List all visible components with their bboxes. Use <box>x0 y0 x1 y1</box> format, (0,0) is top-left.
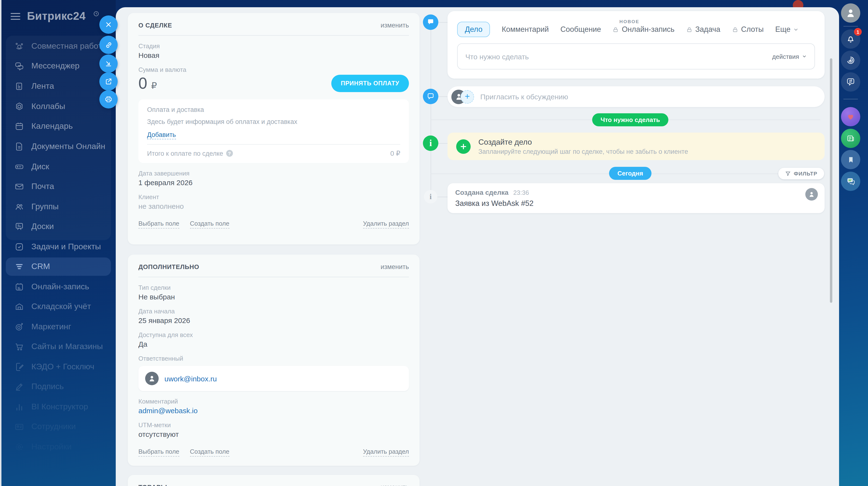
sidebar-item-tasks[interactable]: Задачи и Проекты <box>6 237 111 257</box>
tab-more[interactable]: Еще <box>775 25 799 34</box>
create-field-link[interactable]: Создать поле <box>190 448 229 457</box>
amount-value-row[interactable]: 0 ₽ <box>138 74 157 93</box>
tab-comment[interactable]: Комментарий <box>502 25 549 34</box>
notifications-button[interactable]: 1 <box>841 29 860 49</box>
boards-icon <box>14 222 24 231</box>
tab-slots[interactable]: Слоты <box>732 25 764 34</box>
external-link-icon <box>105 77 112 85</box>
payment-add-link[interactable]: Добавить <box>147 131 176 139</box>
sidebar-item-collabs[interactable]: Коллабы <box>6 97 111 116</box>
tab-task[interactable]: Задача <box>686 25 720 34</box>
chats-button[interactable] <box>841 172 860 191</box>
tab-activity[interactable]: Дело <box>457 22 490 37</box>
sidebar-item-docs-online[interactable]: Документы Онлайн <box>6 137 111 156</box>
sidebar-item-bi[interactable]: BI Конструктор <box>6 397 111 417</box>
copilot-button[interactable] <box>841 51 860 70</box>
person-icon <box>845 8 856 18</box>
accept-payment-button[interactable]: ПРИНЯТЬ ОПЛАТУ <box>331 75 409 92</box>
timeline-scrollbar[interactable] <box>830 58 832 303</box>
bookmarks-button[interactable] <box>841 150 860 169</box>
deal-type-value[interactable]: Не выбран <box>138 293 409 301</box>
close-date-label: Дата завершения <box>138 170 409 177</box>
extra-card: ДОПОЛНИТЕЛЬНО изменить Тип сделки Не выб… <box>128 255 420 466</box>
sidebar-item-kedo[interactable]: КЭДО + Госключ <box>6 357 111 377</box>
tab-message[interactable]: Сообщение <box>560 25 601 34</box>
responsible-box[interactable]: uwork@inbox.ru <box>138 366 409 391</box>
delete-section-link[interactable]: Удалить раздел <box>363 220 409 229</box>
sidebar-item-warehouse[interactable]: Складской учёт <box>6 297 111 316</box>
sidebar-item-sign[interactable]: Подпись <box>6 377 111 396</box>
market-avatar-button[interactable] <box>841 107 860 126</box>
copy-link-button[interactable] <box>99 36 118 54</box>
close-date-value[interactable]: 1 февраля 2026 <box>138 179 409 187</box>
news-button[interactable] <box>841 129 860 148</box>
invite-to-discussion-input[interactable]: + Пригласить к обсуждению <box>447 86 825 107</box>
timeline-entry-deal-created[interactable]: Создана сделка 23:36 Заявка из WebAsk #5… <box>447 183 825 213</box>
composer-placeholder: Что нужно сделать <box>465 52 529 61</box>
comment-value[interactable]: admin@webask.io <box>138 407 409 415</box>
stage-value[interactable]: Новая <box>138 51 409 59</box>
client-label: Клиент <box>138 193 409 201</box>
date-chip[interactable]: Сегодня <box>609 167 651 180</box>
about-deal-edit-link[interactable]: изменить <box>381 22 409 29</box>
groups-icon <box>14 202 24 212</box>
responsible-value[interactable]: uwork@inbox.ru <box>164 375 217 383</box>
available-value[interactable]: Да <box>138 340 409 348</box>
sidebar-item-online-booking[interactable]: Онлайн-запись <box>6 277 111 296</box>
feed-icon <box>14 82 24 91</box>
add-activity-button[interactable] <box>456 139 471 154</box>
collapse-button[interactable] <box>99 55 118 73</box>
speech-bubble-outline-icon <box>427 93 434 100</box>
sidebar-item-mail[interactable]: Почта <box>6 177 111 196</box>
sidebar-item-boards[interactable]: Доски <box>6 217 111 236</box>
sidebar-item-sites-stores[interactable]: Сайты и Магазины <box>6 337 111 356</box>
plus-icon <box>460 142 467 150</box>
composer-actions-toggle[interactable]: действия <box>772 53 807 60</box>
help-icon[interactable]: ? <box>226 150 233 157</box>
divider <box>147 144 400 144</box>
products-edit-link[interactable]: изменить <box>381 484 409 486</box>
entry-author-avatar[interactable] <box>805 188 818 201</box>
print-button[interactable] <box>99 90 118 108</box>
close-slider-button[interactable] <box>99 15 118 34</box>
sidebar-item-messenger[interactable]: Мессенджер <box>6 56 111 76</box>
toolbar-divider <box>843 26 858 27</box>
sidebar-item-staff[interactable]: Сотрудники <box>6 417 111 436</box>
gear-icon <box>14 442 24 452</box>
hamburger-menu-icon[interactable] <box>10 13 20 20</box>
start-date-value[interactable]: 25 января 2026 <box>138 316 409 324</box>
filter-button[interactable]: ФИЛЬТР <box>778 167 824 179</box>
utm-label: UTM-метки <box>138 421 409 429</box>
profile-avatar[interactable] <box>841 3 860 23</box>
sidebar-item-feed[interactable]: Лента <box>6 77 111 96</box>
select-field-link[interactable]: Выбрать поле <box>138 448 179 457</box>
close-icon <box>105 21 112 28</box>
about-deal-title: О СДЕЛКЕ <box>138 22 172 29</box>
bell-icon <box>846 34 856 44</box>
sidebar-item-marketing[interactable]: Маркетинг <box>6 317 111 336</box>
sidebar-item-groups[interactable]: Группы <box>6 197 111 217</box>
timeline-node-info-icon: i <box>423 135 438 151</box>
create-field-link[interactable]: Создать поле <box>190 220 229 229</box>
tab-online-booking[interactable]: НОВОЕ Онлайн-запись <box>613 25 675 34</box>
composer-input[interactable]: Что нужно сделать действия <box>457 43 815 69</box>
app-logo[interactable]: Битрикс24 <box>27 10 86 23</box>
open-new-window-button[interactable] <box>99 72 118 91</box>
mail-icon <box>14 182 24 191</box>
messenger-exchange-button[interactable] <box>841 72 860 92</box>
sidebar-item-disk[interactable]: Диск <box>6 157 111 176</box>
sidebar-item-calendar[interactable]: Календарь <box>6 117 111 136</box>
about-deal-card: О СДЕЛКЕ изменить Стадия Новая Сумма и в… <box>128 13 420 245</box>
hint-title[interactable]: Создайте дело <box>478 138 688 146</box>
tasks-icon <box>14 242 24 252</box>
todo-pill[interactable]: Что нужно сделать <box>592 113 669 126</box>
extra-edit-link[interactable]: изменить <box>381 263 409 270</box>
sidebar-item-crm[interactable]: CRM <box>6 257 111 276</box>
sidebar-item-collaboration[interactable]: Совместная работа <box>6 37 111 56</box>
select-field-link[interactable]: Выбрать поле <box>138 220 179 229</box>
sidebar-item-settings[interactable]: Настройки <box>6 437 111 457</box>
delete-section-link[interactable]: Удалить раздел <box>363 448 409 457</box>
chevron-down-icon <box>802 54 807 59</box>
shopping-cart-icon <box>14 342 24 352</box>
client-value[interactable]: не заполнено <box>138 202 409 210</box>
